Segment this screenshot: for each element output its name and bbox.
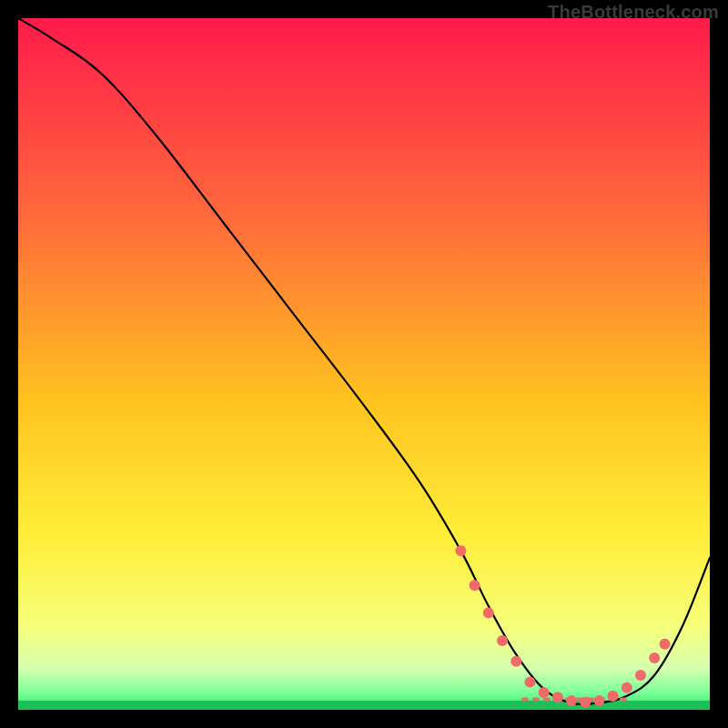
highlight-dot: [608, 691, 619, 702]
highlight-dot: [470, 580, 480, 591]
highlight-dot: [593, 695, 604, 706]
highlight-dot: [660, 639, 671, 650]
highlight-dot: [635, 670, 646, 681]
highlight-dot: [649, 652, 660, 663]
highlight-dot: [524, 677, 535, 688]
highlight-dot: [566, 695, 577, 706]
chart-plot-area: [18, 18, 710, 710]
chart-frame: TheBottleneck.com: [0, 0, 728, 728]
highlight-dot: [539, 687, 550, 698]
highlight-dot: [497, 635, 508, 646]
chart-svg: [18, 18, 710, 710]
highlight-dot: [622, 682, 632, 693]
highlight-dot: [511, 656, 521, 667]
highlight-dot: [580, 697, 591, 708]
gradient-background: [18, 18, 710, 710]
highlight-dot: [483, 608, 494, 619]
highlight-dot: [552, 692, 563, 703]
highlight-dot: [455, 545, 466, 556]
